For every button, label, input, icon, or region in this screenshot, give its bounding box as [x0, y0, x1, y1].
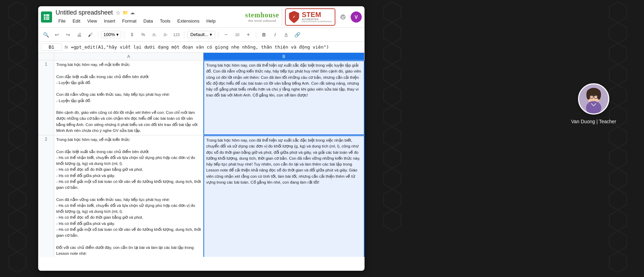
zoom-chevron: ▾ [116, 32, 119, 37]
table-row: 2 Trong bài học hôm nay, về mặt kiến thứ… [38, 135, 365, 257]
grid-container: A B 1 Trong bài học hôm nay, về mặt kiến… [38, 53, 365, 257]
italic-btn[interactable]: I [270, 30, 280, 40]
title-bar: Untitled spreadsheet ☆ 📁 ☁ File Edit Vie… [38, 6, 365, 28]
menu-extensions[interactable]: Extensions [175, 17, 202, 25]
menu-view[interactable]: View [84, 17, 100, 25]
stem-badge: ✓ STEM ACCREDITED EDUCATIONAL EXPERIENCE [285, 8, 335, 26]
header-left: Untitled spreadsheet ☆ 📁 ☁ File Edit Vie… [41, 9, 245, 25]
text-color-btn[interactable]: A [281, 30, 291, 40]
dec-decrease-btn[interactable]: .0↓ [149, 30, 159, 40]
font-size-increase-btn[interactable]: + [243, 30, 253, 40]
menu-format[interactable]: Format [119, 17, 139, 25]
toolbar-sep-1 [98, 31, 98, 38]
font-size-btn[interactable]: 10 [232, 30, 242, 40]
menu-insert[interactable]: Insert [101, 17, 118, 25]
header-right: stemhouse the mind unbound ✓ STEM ACCRED… [245, 8, 362, 26]
stemhouse-logo: stemhouse the mind unbound [245, 11, 279, 23]
logo-divider [282, 8, 282, 26]
row-number-2: 2 [38, 135, 54, 257]
stem-text: STEM [302, 11, 332, 18]
history-icon[interactable] [338, 12, 348, 22]
col-header-b[interactable]: B [203, 53, 365, 60]
document-title[interactable]: Untitled spreadsheet [56, 9, 113, 16]
menu-edit[interactable]: Edit [70, 17, 83, 25]
percent-btn[interactable]: % [138, 30, 148, 40]
star-icon[interactable]: ☆ [116, 9, 120, 16]
sheets-app-icon [41, 11, 52, 23]
stem-shield-icon: ✓ [288, 10, 300, 24]
toolbar-sep-3 [184, 31, 184, 38]
title-icons: ☆ 📁 ☁ [116, 9, 135, 16]
search-btn[interactable]: 🔍 [41, 30, 51, 40]
zoom-value: 100% [103, 32, 115, 37]
undo-btn[interactable]: ↩ [52, 30, 62, 40]
cell-b2-content: Trong bài học hôm nay, con đã thể hiện s… [206, 137, 362, 185]
spreadsheet-window: Untitled spreadsheet ☆ 📁 ☁ File Edit Vie… [38, 6, 365, 271]
zoom-selector[interactable]: 100% ▾ [101, 31, 121, 38]
cell-a2[interactable]: Trong bài học hôm nay, về mặt kiến thức:… [54, 135, 203, 257]
svg-line-50 [589, 96, 590, 97]
redo-btn[interactable]: ↪ [63, 30, 73, 40]
stemhouse-text: stemhouse [245, 11, 279, 19]
menu-tools[interactable]: Tools [157, 17, 173, 25]
link-btn[interactable]: 🔗 [292, 30, 302, 40]
format-number-btn[interactable]: 123 [172, 30, 181, 40]
stem-sub: EDUCATIONAL EXPERIENCE [302, 20, 332, 23]
bold-btn[interactable]: B [259, 30, 269, 40]
toolbar-sep-2 [124, 31, 124, 38]
formula-input[interactable]: =gpt_edit(A1,"hãy viết lại dưới dạng một… [71, 44, 362, 50]
table-row: 1 Trong bài học hôm nay, về mặt kiến thứ… [38, 60, 365, 135]
currency-btn[interactable]: $ [127, 30, 137, 40]
dec-increase-btn[interactable]: .0↑ [160, 30, 170, 40]
toolbar-sep-5 [256, 31, 256, 38]
user-avatar[interactable]: V [351, 11, 362, 23]
cell-b2[interactable]: Trong bài học hôm nay, con đã thể hiện s… [203, 135, 365, 257]
title-section: Untitled spreadsheet ☆ 📁 ☁ File Edit Vie… [56, 9, 245, 25]
paint-format-btn[interactable]: 🖌 [85, 30, 95, 40]
cell-a2-content: Trong bài học hôm nay, về mặt kiến thức:… [56, 137, 201, 257]
toolbar: 🔍 ↩ ↪ 🖨 🖌 100% ▾ $ % .0↓ .0↑ 123 Default… [38, 28, 365, 42]
stem-text-group: STEM ACCREDITED EDUCATIONAL EXPERIENCE [302, 11, 332, 23]
svg-rect-37 [44, 14, 49, 20]
svg-line-51 [597, 96, 598, 97]
teacher-name: Van Duong | Teacher [571, 119, 616, 124]
menu-data[interactable]: Data [141, 17, 156, 25]
cell-b1-content: Trong bài học hôm nay, con đã thể hiện s… [206, 62, 362, 99]
cell-b1[interactable]: Trong bài học hôm nay, con đã thể hiện s… [203, 60, 365, 135]
grid-body: 1 Trong bài học hôm nay, về mặt kiến thứ… [38, 60, 365, 257]
format-chevron: ▾ [210, 32, 212, 37]
stem-accredited: ACCREDITED [302, 18, 332, 20]
svg-text:✓: ✓ [293, 15, 295, 19]
stemhouse-tagline: the mind unbound [248, 19, 276, 23]
format-selector[interactable]: Default... ▾ [187, 31, 215, 38]
svg-point-46 [597, 90, 601, 100]
menu-file[interactable]: File [56, 17, 68, 25]
menu-help[interactable]: Help [203, 17, 218, 25]
formula-bar: B1 fx =gpt_edit(A1,"hãy viết lại dưới dạ… [38, 42, 365, 53]
teacher-avatar [578, 83, 609, 115]
cell-reference[interactable]: B1 [41, 43, 62, 51]
toolbar-sep-4 [218, 31, 218, 38]
column-headers: A B [38, 53, 365, 60]
cell-a1[interactable]: Trong bài học hôm nay, về mặt kiến thức:… [54, 60, 203, 135]
folder-icon[interactable]: 📁 [123, 10, 128, 15]
row-number-1: 1 [38, 60, 54, 135]
col-header-a[interactable]: A [54, 53, 203, 60]
cell-a1-content: Trong bài học hôm nay, về mặt kiến thức:… [56, 62, 201, 134]
corner-header [38, 53, 54, 60]
cloud-icon[interactable]: ☁ [130, 10, 135, 15]
svg-point-45 [586, 90, 591, 100]
font-size-decrease-btn[interactable]: − [221, 30, 231, 40]
teacher-panel: Van Duong | Teacher [571, 83, 616, 124]
print-btn[interactable]: 🖨 [74, 30, 84, 40]
menu-bar: File Edit View Insert Format Data Tools … [56, 16, 245, 25]
fx-button[interactable]: fx [65, 44, 68, 50]
format-value: Default... [190, 32, 208, 37]
title-row: Untitled spreadsheet ☆ 📁 ☁ [56, 9, 245, 16]
